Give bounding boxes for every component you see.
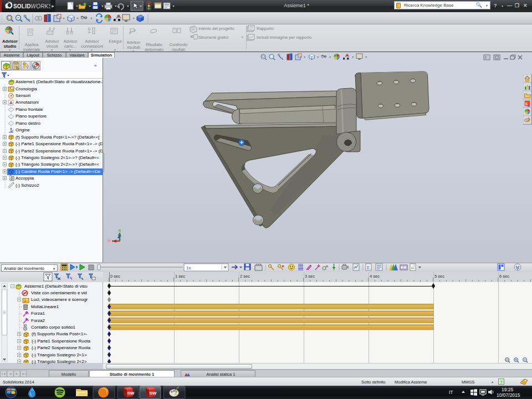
svg-text:A: A <box>9 100 13 105</box>
svg-text:SW: SW <box>150 391 157 396</box>
svg-text:IT: IT <box>449 390 453 395</box>
svg-text:SW: SW <box>127 391 135 396</box>
svg-text:10/07/2015: 10/07/2015 <box>497 392 520 398</box>
svg-text:E: E <box>367 265 370 270</box>
svg-text:S: S <box>525 102 528 106</box>
svg-text:19:25: 19:25 <box>502 387 514 392</box>
svg-text:1x: 1x <box>186 265 191 270</box>
